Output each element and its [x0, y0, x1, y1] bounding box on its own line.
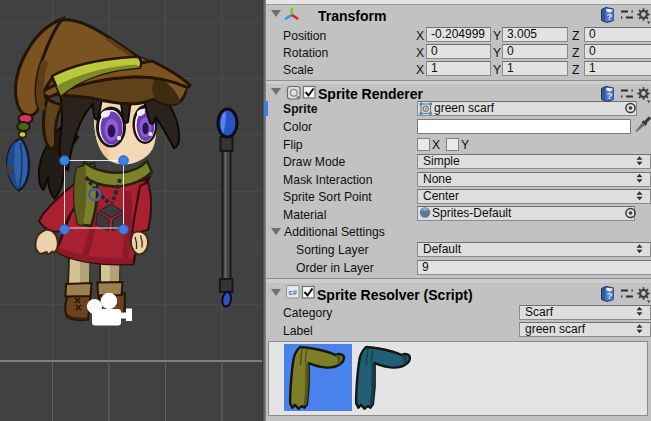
svg-text:c#: c#: [289, 288, 298, 297]
svg-text:?: ?: [607, 12, 613, 22]
